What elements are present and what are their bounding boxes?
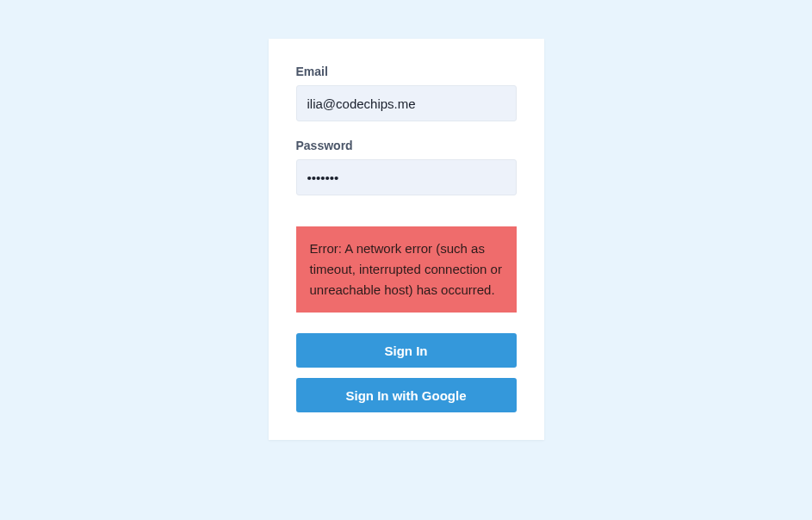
password-label: Password bbox=[296, 139, 517, 152]
sign-in-google-button[interactable]: Sign In with Google bbox=[296, 378, 517, 412]
password-field[interactable] bbox=[296, 159, 517, 195]
email-group: Email bbox=[296, 65, 517, 121]
error-message: Error: A network error (such as timeout,… bbox=[296, 226, 517, 313]
password-group: Password bbox=[296, 139, 517, 195]
login-card: Email Password Error: A network error (s… bbox=[269, 39, 544, 440]
sign-in-button[interactable]: Sign In bbox=[296, 333, 517, 368]
email-field[interactable] bbox=[296, 85, 517, 121]
email-label: Email bbox=[296, 65, 517, 78]
